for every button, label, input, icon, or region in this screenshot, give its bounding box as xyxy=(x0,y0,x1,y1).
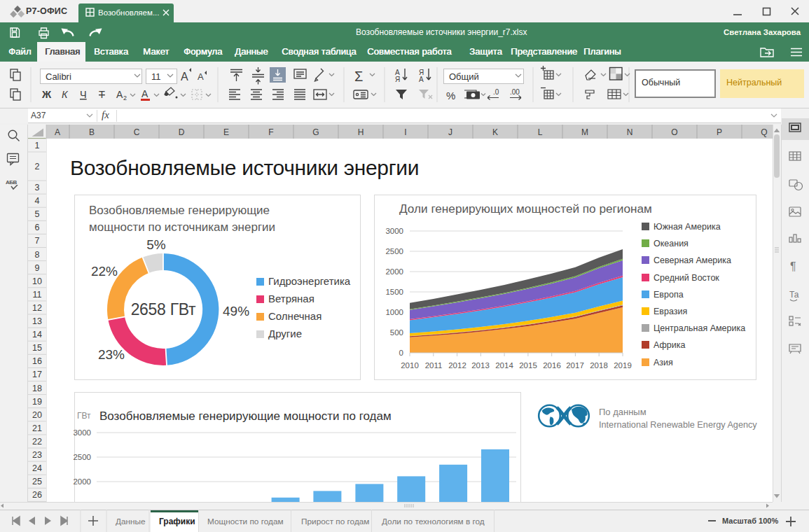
svg-text:O: O xyxy=(671,127,677,137)
svg-text:2014: 2014 xyxy=(495,361,513,370)
svg-text:1: 1 xyxy=(35,141,40,150)
svg-text:По данным: По данным xyxy=(599,407,646,417)
svg-text:11: 11 xyxy=(33,290,42,300)
svg-text:22: 22 xyxy=(32,437,42,447)
svg-text:2015: 2015 xyxy=(519,361,537,370)
svg-text:A: A xyxy=(55,127,60,137)
svg-text:1500: 1500 xyxy=(385,288,403,296)
svg-text:B: B xyxy=(89,127,95,137)
svg-text:Солнечная: Солнечная xyxy=(268,310,321,322)
svg-text:Возобновляемые генерирующие мо: Возобновляемые генерирующие мощности по … xyxy=(99,410,392,423)
svg-text:P: P xyxy=(717,127,722,137)
svg-text:23%: 23% xyxy=(98,347,125,362)
svg-text:Азия: Азия xyxy=(654,358,673,368)
svg-text:8: 8 xyxy=(35,250,40,260)
svg-text:4: 4 xyxy=(35,196,40,206)
svg-text:Африка: Африка xyxy=(654,340,685,350)
svg-text:14: 14 xyxy=(32,330,42,340)
svg-text:15: 15 xyxy=(32,343,42,353)
svg-text:E: E xyxy=(223,127,229,137)
svg-text:I: I xyxy=(404,127,406,137)
svg-text:Ветряная: Ветряная xyxy=(268,293,314,304)
svg-text:22%: 22% xyxy=(91,264,118,279)
svg-text:2011: 2011 xyxy=(425,361,443,370)
svg-text:2018: 2018 xyxy=(590,361,608,370)
svg-text:G: G xyxy=(312,127,319,137)
svg-text:Европа: Европа xyxy=(654,290,684,300)
svg-text:Океания: Океания xyxy=(654,239,689,248)
svg-text:20: 20 xyxy=(32,410,42,420)
svg-text:2019: 2019 xyxy=(614,361,632,370)
svg-text:мощности по источникам энергии: мощности по источникам энергии xyxy=(89,220,275,234)
svg-text:Возобновляемые генерирующие: Возобновляемые генерирующие xyxy=(89,204,270,217)
svg-text:¶: ¶ xyxy=(790,260,796,272)
svg-text:Гидроэнергетика: Гидроэнергетика xyxy=(268,275,351,287)
svg-text:49%: 49% xyxy=(223,304,249,318)
svg-text:K: K xyxy=(492,127,498,137)
svg-text:F: F xyxy=(268,127,273,137)
svg-text:2500: 2500 xyxy=(73,453,91,461)
svg-text:5%: 5% xyxy=(146,237,166,252)
svg-text:2000: 2000 xyxy=(73,477,91,486)
svg-text:12: 12 xyxy=(32,303,42,313)
svg-text:3000: 3000 xyxy=(385,227,403,235)
svg-text:ГВт: ГВт xyxy=(77,411,91,421)
svg-text:1000: 1000 xyxy=(385,308,403,316)
svg-text:25: 25 xyxy=(32,477,42,486)
svg-text:Центральная Америка: Центральная Америка xyxy=(654,323,745,333)
svg-text:Q: Q xyxy=(761,127,767,137)
svg-text:Доли генерирующих мощностей по: Доли генерирующих мощностей по регионам xyxy=(399,202,652,216)
svg-text:J: J xyxy=(448,127,452,137)
svg-text:Евразия: Евразия xyxy=(654,307,687,316)
svg-text:N: N xyxy=(627,127,633,137)
svg-text:500: 500 xyxy=(390,328,403,337)
svg-text:International Renewable Energy: International Renewable Energy Agency xyxy=(599,420,757,430)
svg-text:16: 16 xyxy=(32,356,42,366)
svg-text:19: 19 xyxy=(32,397,42,407)
svg-text:D: D xyxy=(179,127,185,137)
svg-text:2: 2 xyxy=(35,162,40,172)
svg-text:3: 3 xyxy=(35,183,40,192)
svg-text:17: 17 xyxy=(32,370,42,379)
svg-text:18: 18 xyxy=(32,384,42,393)
svg-text:2010: 2010 xyxy=(401,361,419,370)
svg-text:21: 21 xyxy=(32,424,42,433)
svg-text:6: 6 xyxy=(35,223,40,232)
svg-text:23: 23 xyxy=(32,450,42,460)
svg-text:2013: 2013 xyxy=(471,361,490,370)
svg-text:24: 24 xyxy=(32,463,42,473)
svg-text:2000: 2000 xyxy=(385,267,403,276)
svg-text:Южная Америка: Южная Америка xyxy=(654,222,721,232)
svg-text:7: 7 xyxy=(35,236,40,246)
svg-text:Та: Та xyxy=(789,290,799,300)
svg-text:C: C xyxy=(134,127,140,137)
svg-text:2658 ГВт: 2658 ГВт xyxy=(131,300,196,318)
svg-text:2017: 2017 xyxy=(566,361,584,370)
svg-text:13: 13 xyxy=(32,316,42,326)
svg-text:3000: 3000 xyxy=(73,428,91,437)
svg-text:2016: 2016 xyxy=(543,361,561,370)
svg-text:L: L xyxy=(538,127,543,137)
svg-text:Возобновляемые источники энерг: Возобновляемые источники энергии xyxy=(70,156,419,179)
svg-text:M: M xyxy=(581,127,588,137)
svg-text:H: H xyxy=(358,127,364,137)
svg-text:Северная Америка: Северная Америка xyxy=(654,255,731,265)
svg-text:0: 0 xyxy=(399,349,403,357)
svg-text:9: 9 xyxy=(35,263,40,273)
svg-text:2012: 2012 xyxy=(448,361,466,370)
svg-text:26: 26 xyxy=(32,490,42,500)
svg-text:Другие: Другие xyxy=(268,328,302,340)
svg-text:5: 5 xyxy=(35,209,40,219)
svg-text:10: 10 xyxy=(32,276,42,286)
svg-text:Средний Восток: Средний Восток xyxy=(654,273,719,283)
svg-text:2500: 2500 xyxy=(385,247,403,255)
